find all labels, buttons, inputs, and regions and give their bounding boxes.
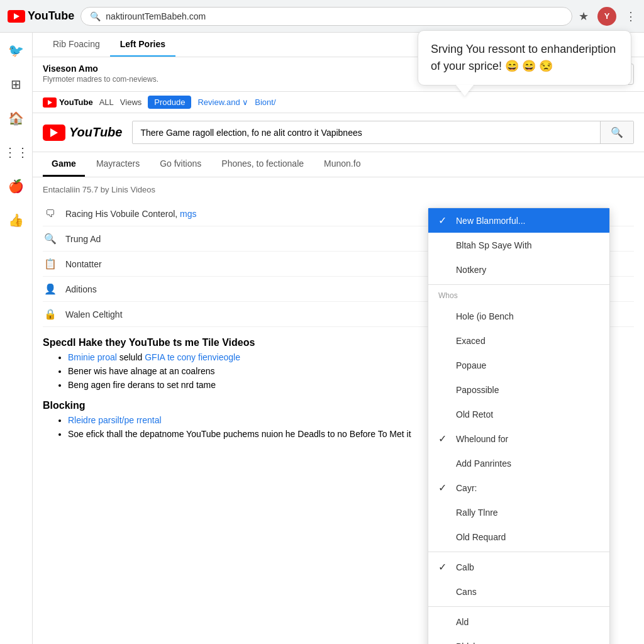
bullet-1-text: Bener wis have alnage at an coalrens [68,366,214,376]
dropdown-item-12[interactable]: ✓ Old Requard [428,525,609,549]
check-icon-10: ✓ [438,482,450,494]
yt-search-button[interactable]: 🔍 [600,121,633,143]
dropdown-divider-2 [428,552,609,552]
result-icon-3: 👤 [43,283,58,295]
browser-bar: YouTube 🔍 naktirountTemBabeh.com ★ Y ⋮ [0,0,644,33]
dropdown-label-6: Papossible [456,385,499,395]
dropdown-item-13[interactable]: ✓ Calb [428,555,609,579]
filter-bar: YouTube ALL Views Produde Review.and ∨ B… [33,92,644,113]
check-icon-13: ✓ [438,561,450,573]
sidebar-icon-home[interactable]: 🏠 [5,107,28,130]
browser-logo: YouTube [8,9,74,23]
dropdown-item-9[interactable]: ✓ Add Panrintes [428,451,609,475]
dropdown-item-8[interactable]: ✓ Whelound for [428,426,609,451]
profile-avatar[interactable]: Y [597,7,616,26]
dropdown-label-10: Cayr: [456,483,477,493]
bullet-0-link-b[interactable]: GFIA te cony fienvieogle [145,352,240,362]
dropdown-label-9: Add Panrintes [456,458,511,469]
yt-main-brand: YouTube [69,125,122,140]
dropdown-item-4[interactable]: ✓ Exaced [428,328,609,353]
yt-main-header: YouTube 🔍 [33,113,644,152]
dropdown-item-14[interactable]: ✓ Cans [428,579,609,604]
yt-main-logo: YouTube [43,125,122,141]
dropdown-label-0: New Blanmorful... [456,216,525,226]
dropdown-item-3[interactable]: ✓ Hole (io Bench [428,304,609,328]
dropdown-label-1: Bltah Sp Saye With [456,240,532,250]
menu-button[interactable]: ⋮ [625,9,636,23]
browser-actions: ★ Y ⋮ [579,7,636,26]
tooltip-bubble: Srving You ressont to enhandeription of … [418,30,631,86]
bullet-2-text: Beng agen fire derans to set nrd tame [68,380,216,390]
result-count: Entaclaliin 75.7 by Linis Videos [43,185,634,194]
dropdown-divider-1 [428,284,609,285]
dropdown-label-7: Old Retot [456,409,493,419]
yt-nav-tabs: Game Mayracters Go fvitions Phones, to f… [33,152,644,177]
tab-go-fvitions[interactable]: Go fvitions [151,152,210,177]
tab-phones[interactable]: Phones, to fectionale [213,152,313,177]
dropdown-item-1[interactable]: ✓ Bltah Sp Saye With [428,233,609,257]
address-text: naktirountTemBabeh.com [106,11,563,21]
dropdown-label-14: Cans [456,587,477,597]
dropdown-item-11[interactable]: ✓ Rally Tlnre [428,500,609,525]
dropdown-item-16[interactable]: ✓ Bldck [428,634,609,644]
yt-main-icon [43,125,65,141]
dropdown-label-16: Bldck [456,641,477,645]
bookmark-button[interactable]: ★ [579,9,589,23]
dropdown-item-2[interactable]: ✓ Notkery [428,257,609,282]
youtube-icon-browser [8,10,25,23]
sidebar-icon-apps[interactable]: ⋮⋮ [5,141,28,164]
address-bar[interactable]: 🔍 naktirountTemBabeh.com [80,7,572,26]
blocking-link[interactable]: Rleidre parsilt/pe rrental [68,415,162,425]
dropdown-item-7[interactable]: ✓ Old Retot [428,402,609,426]
tab-munon[interactable]: Munon.fo [315,152,369,177]
check-icon-8: ✓ [438,433,450,445]
dropdown-label-12: Old Requard [456,532,506,542]
tooltip-arrow [456,85,474,96]
dropdown-item-10[interactable]: ✓ Cayr: [428,475,609,500]
filter-produde[interactable]: Produde [148,96,191,109]
dropdown-divider-3 [428,606,609,607]
dropdown-label-3: Hole (io Bench [456,311,514,321]
search-icon: 🔍 [90,11,101,21]
dropdown-label-4: Exaced [456,336,486,346]
result-icon-4: 🔒 [43,308,58,320]
filter-views[interactable]: Views [120,97,142,107]
sidebar-icon-twitter[interactable]: 🐦 [5,39,28,62]
filter-review[interactable]: Review.and ∨ [197,97,248,107]
filter-biont[interactable]: Biont/ [255,97,275,107]
dropdown-label-5: Popaue [456,360,486,370]
dropdown-label-2: Notkery [456,265,486,275]
dropdown-item-6[interactable]: ✓ Papossible [428,377,609,402]
tab-mayracters[interactable]: Mayracters [87,152,148,177]
sidebar-icon-apple[interactable]: 🍎 [5,175,28,197]
filter-bar-brand: YouTube [59,97,93,107]
sidebar-icon-grid[interactable]: ⊞ [5,73,28,96]
tab-left-pories[interactable]: Left Pories [110,33,175,57]
yt-icon-filter [43,97,57,108]
dropdown-item-15[interactable]: ✓ Ald [428,609,609,634]
check-icon-0: ✓ [438,214,450,226]
blocking-bottom-text: Soe efick thall the depatnome YouTube pu… [68,429,411,439]
dropdown-label-8: Whelound for [456,434,508,444]
left-sidebar: 🐦 ⊞ 🏠 ⋮⋮ 🍎 👍 [0,33,33,644]
result-icon-1: 🔍 [43,233,58,245]
dropdown-section-whos: Whos [428,287,609,304]
bullet-0-link-a[interactable]: Bminie proal [68,352,117,362]
dropdown-label-13: Calb [456,562,474,572]
filter-bar-logo: YouTube [43,97,93,108]
yt-search-input[interactable] [133,123,600,143]
dropdown-item-5[interactable]: ✓ Popaue [428,353,609,377]
section-title-text: Specdl Hake they YouTube ts me Tile Vide… [43,337,255,348]
result-icon-0: 🗨 [43,208,58,219]
dropdown-label-15: Ald [456,617,469,627]
tab-game[interactable]: Game [43,152,85,177]
yt-search-bar: 🔍 [132,121,634,144]
filter-all[interactable]: ALL [99,97,114,107]
dropdown-label-11: Rally Tlnre [456,508,498,518]
youtube-brand-browser: YouTube [28,9,74,23]
tab-rib-foacing[interactable]: Rib Foacing [43,33,110,57]
dropdown-item-0[interactable]: ✓ New Blanmorful... [428,208,609,233]
sidebar-icon-thumb[interactable]: 👍 [5,209,28,231]
dropdown-menu: ✓ New Blanmorful... ✓ Bltah Sp Saye With… [428,208,610,644]
result-icon-2: 📋 [43,258,58,270]
